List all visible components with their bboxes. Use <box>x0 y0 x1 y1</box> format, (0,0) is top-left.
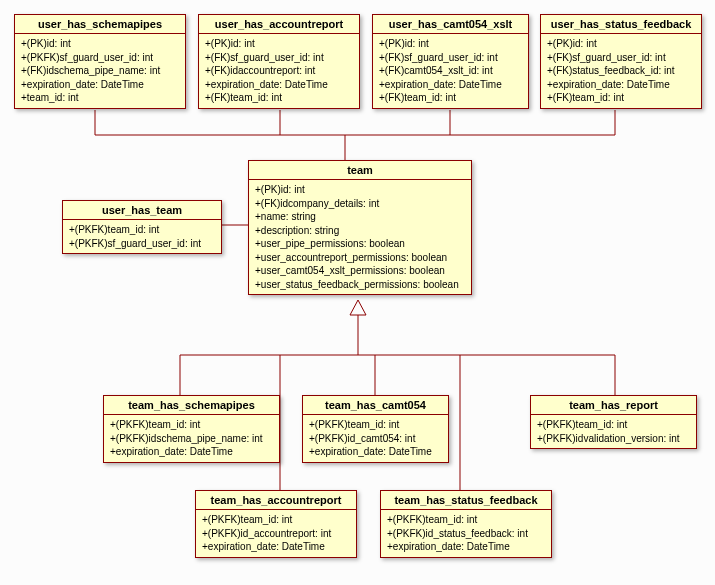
attr: +user_camt054_xslt_permissions: boolean <box>255 264 465 278</box>
entity-body: +(PKFK)team_id: int +(PKFK)id_status_fee… <box>381 510 551 557</box>
attr: +(PKFK)id_accountreport: int <box>202 527 350 541</box>
attr: +(FK)sf_guard_user_id: int <box>379 51 522 65</box>
attr: +expiration_date: DateTime <box>202 540 350 554</box>
attr: +description: string <box>255 224 465 238</box>
entity-body: +(PKFK)team_id: int +(PKFK)idvalidation_… <box>531 415 696 448</box>
attr: +user_pipe_permissions: boolean <box>255 237 465 251</box>
attr: +(FK)team_id: int <box>547 91 695 105</box>
attr: +(PKFK)id_status_feedback: int <box>387 527 545 541</box>
entity-team-has-schemapipes: team_has_schemapipes +(PKFK)team_id: int… <box>103 395 280 463</box>
entity-user-has-schemapipes: user_has_schemapipes +(PK)id: int +(PKFK… <box>14 14 186 109</box>
attr: +(PKFK)team_id: int <box>202 513 350 527</box>
entity-body: +(PK)id: int +(FK)sf_guard_user_id: int … <box>541 34 701 108</box>
entity-body: +(PKFK)team_id: int +(PKFK)id_camt054: i… <box>303 415 448 462</box>
attr: +(PK)id: int <box>547 37 695 51</box>
attr: +(FK)idcompany_details: int <box>255 197 465 211</box>
attr: +(PK)id: int <box>379 37 522 51</box>
attr: +(FK)team_id: int <box>205 91 353 105</box>
attr: +expiration_date: DateTime <box>547 78 695 92</box>
attr: +(PKFK)id_camt054: int <box>309 432 442 446</box>
attr: +(FK)idschema_pipe_name: int <box>21 64 179 78</box>
attr: +(PKFK)team_id: int <box>110 418 273 432</box>
attr: +(PKFK)team_id: int <box>537 418 690 432</box>
entity-body: +(PK)id: int +(PKFK)sf_guard_user_id: in… <box>15 34 185 108</box>
attr: +(PKFK)idvalidation_version: int <box>537 432 690 446</box>
entity-title: user_has_status_feedback <box>541 15 701 34</box>
entity-title: team_has_camt054 <box>303 396 448 415</box>
entity-body: +(PKFK)team_id: int +(PKFK)sf_guard_user… <box>63 220 221 253</box>
entity-title: team_has_report <box>531 396 696 415</box>
entity-title: user_has_camt054_xslt <box>373 15 528 34</box>
attr: +name: string <box>255 210 465 224</box>
attr: +expiration_date: DateTime <box>379 78 522 92</box>
entity-user-has-team: user_has_team +(PKFK)team_id: int +(PKFK… <box>62 200 222 254</box>
entity-title: team <box>249 161 471 180</box>
entity-team-has-accountreport: team_has_accountreport +(PKFK)team_id: i… <box>195 490 357 558</box>
entity-title: team_has_accountreport <box>196 491 356 510</box>
attr: +expiration_date: DateTime <box>387 540 545 554</box>
entity-title: user_has_schemapipes <box>15 15 185 34</box>
attr: +(PKFK)sf_guard_user_id: int <box>69 237 215 251</box>
attr: +expiration_date: DateTime <box>309 445 442 459</box>
attr: +user_accountreport_permissions: boolean <box>255 251 465 265</box>
attr: +(PK)id: int <box>205 37 353 51</box>
attr: +expiration_date: DateTime <box>21 78 179 92</box>
entity-team-has-status-feedback: team_has_status_feedback +(PKFK)team_id:… <box>380 490 552 558</box>
svg-marker-1 <box>350 300 366 315</box>
entity-team-has-report: team_has_report +(PKFK)team_id: int +(PK… <box>530 395 697 449</box>
attr: +user_status_feedback_permissions: boole… <box>255 278 465 292</box>
attr: +(PKFK)team_id: int <box>309 418 442 432</box>
entity-body: +(PK)id: int +(FK)sf_guard_user_id: int … <box>199 34 359 108</box>
attr: +(FK)camt054_xslt_id: int <box>379 64 522 78</box>
entity-user-has-accountreport: user_has_accountreport +(PK)id: int +(FK… <box>198 14 360 109</box>
attr: +expiration_date: DateTime <box>205 78 353 92</box>
entity-body: +(PKFK)team_id: int +(PKFK)id_accountrep… <box>196 510 356 557</box>
entity-team: team +(PK)id: int +(FK)idcompany_details… <box>248 160 472 295</box>
attr: +(FK)status_feedback_id: int <box>547 64 695 78</box>
attr: +(PKFK)sf_guard_user_id: int <box>21 51 179 65</box>
entity-team-has-camt054: team_has_camt054 +(PKFK)team_id: int +(P… <box>302 395 449 463</box>
entity-body: +(PKFK)team_id: int +(PKFK)idschema_pipe… <box>104 415 279 462</box>
attr: +(FK)team_id: int <box>379 91 522 105</box>
attr: +(PKFK)team_id: int <box>387 513 545 527</box>
entity-title: team_has_status_feedback <box>381 491 551 510</box>
attr: +team_id: int <box>21 91 179 105</box>
entity-user-has-camt054-xslt: user_has_camt054_xslt +(PK)id: int +(FK)… <box>372 14 529 109</box>
entity-title: team_has_schemapipes <box>104 396 279 415</box>
attr: +(FK)sf_guard_user_id: int <box>205 51 353 65</box>
attr: +(PKFK)idschema_pipe_name: int <box>110 432 273 446</box>
entity-body: +(PK)id: int +(FK)sf_guard_user_id: int … <box>373 34 528 108</box>
entity-body: +(PK)id: int +(FK)idcompany_details: int… <box>249 180 471 294</box>
attr: +(PKFK)team_id: int <box>69 223 215 237</box>
attr: +(PK)id: int <box>255 183 465 197</box>
attr: +(PK)id: int <box>21 37 179 51</box>
entity-title: user_has_team <box>63 201 221 220</box>
entity-user-has-status-feedback: user_has_status_feedback +(PK)id: int +(… <box>540 14 702 109</box>
entity-title: user_has_accountreport <box>199 15 359 34</box>
attr: +expiration_date: DateTime <box>110 445 273 459</box>
attr: +(FK)sf_guard_user_id: int <box>547 51 695 65</box>
attr: +(FK)idaccountreport: int <box>205 64 353 78</box>
